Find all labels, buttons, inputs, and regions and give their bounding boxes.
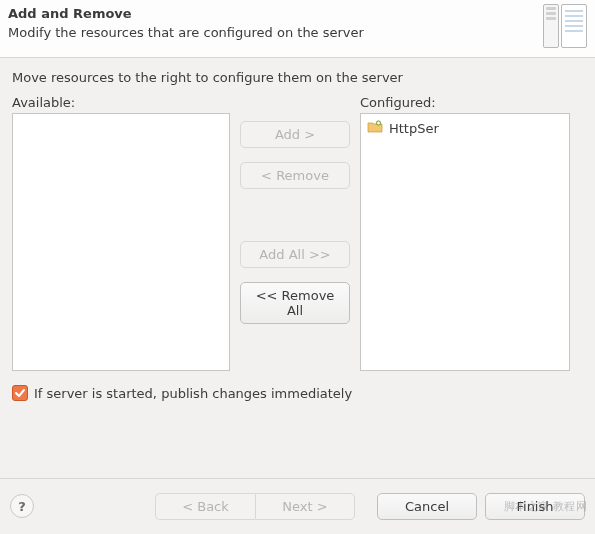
configured-column: Configured: HttpSer [360, 95, 570, 371]
add-all-button[interactable]: Add All >> [240, 241, 350, 268]
transfer-buttons: Add > < Remove Add All >> << Remove All [240, 95, 350, 324]
add-button[interactable]: Add > [240, 121, 350, 148]
available-label: Available: [12, 95, 230, 110]
page-subtitle: Modify the resources that are configured… [8, 25, 587, 40]
instruction-text: Move resources to the right to configure… [12, 70, 583, 85]
server-icon [543, 4, 591, 52]
help-button[interactable]: ? [10, 494, 34, 518]
wizard-body: Move resources to the right to configure… [0, 58, 595, 478]
available-list[interactable] [12, 113, 230, 371]
svg-rect-2 [377, 123, 380, 124]
remove-button[interactable]: < Remove [240, 162, 350, 189]
available-column: Available: [12, 95, 230, 371]
remove-all-button[interactable]: << Remove All [240, 282, 350, 324]
next-button[interactable]: Next > [255, 493, 355, 520]
list-item-label: HttpSer [389, 121, 439, 136]
back-button[interactable]: < Back [155, 493, 255, 520]
page-title: Add and Remove [8, 6, 587, 21]
checkbox-checked-icon[interactable] [12, 385, 28, 401]
cancel-button[interactable]: Cancel [377, 493, 477, 520]
help-icon: ? [18, 499, 26, 514]
finish-button[interactable]: Finish [485, 493, 585, 520]
project-icon [367, 119, 383, 138]
configured-list[interactable]: HttpSer [360, 113, 570, 371]
wizard-footer: ? < Back Next > Cancel Finish 脚本之家 教程网 [0, 478, 595, 533]
publish-checkbox-row[interactable]: If server is started, publish changes im… [12, 385, 583, 401]
publish-checkbox-label: If server is started, publish changes im… [34, 386, 352, 401]
list-item[interactable]: HttpSer [365, 118, 565, 139]
wizard-header: Add and Remove Modify the resources that… [0, 0, 595, 58]
configured-label: Configured: [360, 95, 570, 110]
